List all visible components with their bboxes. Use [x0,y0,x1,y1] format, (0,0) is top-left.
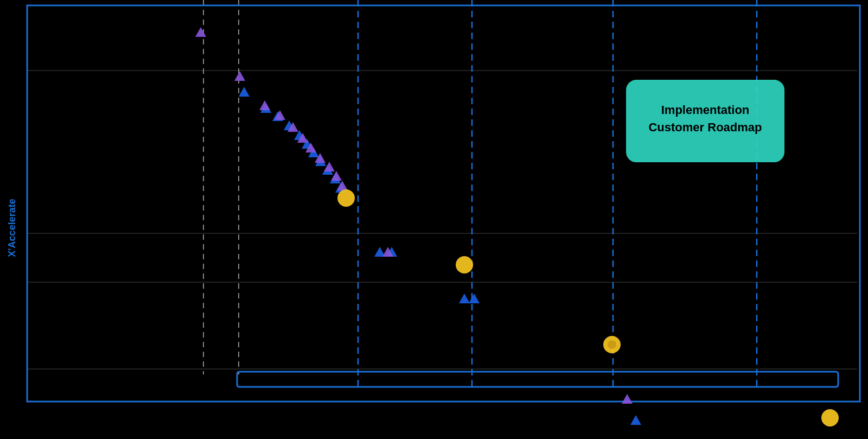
svg-point-42 [456,256,473,273]
svg-point-41 [337,189,355,207]
svg-point-44 [608,340,616,349]
svg-point-45 [821,409,839,427]
main-chart: X'Accelerate [0,0,868,439]
svg-rect-0 [0,0,868,439]
y-axis-label: X'Accelerate [7,199,17,257]
legend-line2: Customer Roadmap [648,120,762,134]
chart-container: X'Accelerate [0,0,868,439]
legend-line1: Implementation [661,103,750,117]
